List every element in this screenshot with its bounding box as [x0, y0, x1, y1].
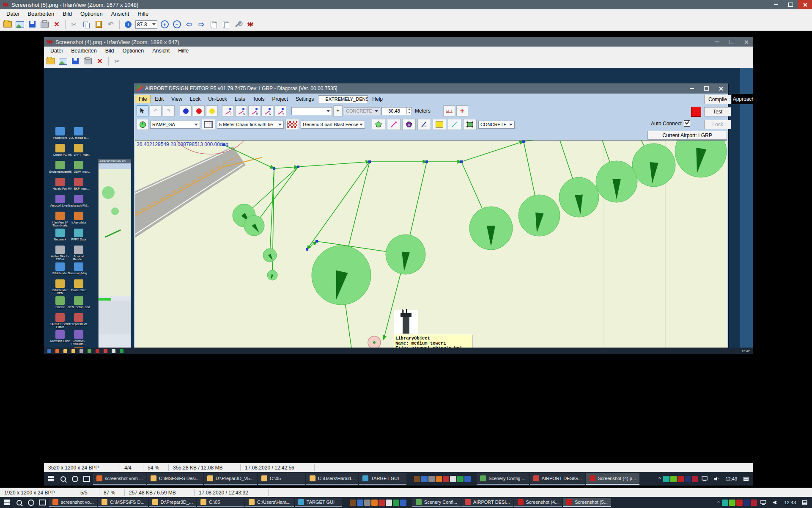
pinned-app-icon[interactable]: [464, 476, 471, 482]
desktop-icon[interactable]: Navigraph FM...: [68, 195, 90, 207]
menu-item[interactable]: Bild: [59, 10, 76, 18]
network-icon[interactable]: [699, 472, 710, 486]
menu-item[interactable]: Ansicht: [107, 10, 133, 18]
save-icon[interactable]: [27, 20, 37, 29]
yellow-area-icon[interactable]: [433, 119, 446, 130]
thumbnails-icon[interactable]: [15, 20, 25, 29]
taskbar-button[interactable]: TARGET GUI: [295, 498, 342, 508]
irfanview-about-icon[interactable]: [245, 20, 255, 29]
desktop-icon[interactable]: PFPX Data: [68, 229, 90, 241]
delete-icon[interactable]: ✕: [52, 20, 62, 29]
airport-map-canvas[interactable]: 36.402129549 28.088798513 000.00deg Libr…: [135, 140, 727, 373]
apron-surface-combo[interactable]: CONCRETE: [478, 121, 515, 129]
desktop-icon[interactable]: GTN_Setup_and_G...: [68, 296, 90, 309]
line-tool-icon[interactable]: 0: [417, 119, 431, 130]
close-button[interactable]: [798, 0, 812, 9]
surface-combo[interactable]: CONCRETE: [344, 107, 380, 115]
minimize-button[interactable]: [685, 83, 699, 94]
ade-menu-item-un-lock[interactable]: Un-Lock: [205, 95, 230, 103]
desktop-icon[interactable]: Folder Size: [68, 279, 90, 292]
ade-menu-item-settings[interactable]: Settings: [292, 95, 317, 103]
print-icon[interactable]: [39, 20, 49, 29]
page-up-icon[interactable]: [208, 20, 219, 29]
taskbar-button[interactable]: C:\05: [258, 473, 305, 485]
close-button[interactable]: [713, 83, 728, 94]
task-view-icon[interactable]: [37, 497, 48, 508]
approach-mode-button[interactable]: Approach Mode: [732, 94, 753, 104]
compile-button[interactable]: Compile: [704, 95, 731, 104]
node-link-button-V[interactable]: V: [274, 105, 286, 116]
node-link-button-R[interactable]: R: [248, 105, 260, 116]
pinned-app-icon[interactable]: [357, 500, 363, 506]
taskbar-button[interactable]: Scenery Confi...: [412, 498, 461, 508]
node-link-button-T[interactable]: T: [222, 105, 234, 116]
taskbar-button[interactable]: Screenshot (4...: [514, 498, 562, 508]
pinned-app-icon[interactable]: [364, 500, 370, 506]
add-link-button[interactable]: +: [333, 105, 343, 116]
density-combo[interactable]: EXTREMELY_DENSE: [318, 95, 368, 103]
pinned-app-icon[interactable]: [393, 500, 399, 506]
tray-icon[interactable]: [685, 476, 691, 482]
width-spinner[interactable]: 30,48: [381, 107, 412, 115]
ade-menu-item-tools[interactable]: Tools: [250, 95, 268, 103]
notification-icon[interactable]: [799, 497, 810, 508]
zoom-combo[interactable]: 87.3: [135, 20, 157, 29]
auto-connect-checkbox[interactable]: [684, 120, 690, 127]
start-button[interactable]: [46, 472, 57, 486]
zoom-out-icon[interactable]: −: [172, 20, 182, 29]
tray-icon[interactable]: [670, 476, 677, 482]
taskbar-button[interactable]: D:\Prepar3D_...: [149, 498, 196, 508]
undo-button[interactable]: ↶: [150, 105, 162, 116]
blue-node-button[interactable]: [180, 105, 192, 116]
ade-menu-item-edit[interactable]: Edit: [151, 95, 167, 103]
taskbar-button[interactable]: Screenshot (4).p...: [586, 473, 640, 485]
parking-tool-button[interactable]: [137, 119, 148, 130]
ade-menu-item-help[interactable]: Help: [369, 95, 386, 103]
taskbar-button[interactable]: C:\Users\Hara...: [245, 498, 294, 508]
checker-icon[interactable]: [285, 119, 299, 130]
pinned-app-icon[interactable]: [443, 476, 449, 482]
pinned-app-icon[interactable]: [414, 476, 420, 482]
cortana-icon[interactable]: [69, 472, 80, 486]
pinned-app-icon[interactable]: [386, 500, 392, 506]
copy-icon[interactable]: [81, 20, 91, 29]
network-icon[interactable]: [758, 497, 769, 508]
taskbar-button[interactable]: Scenery Config ...: [477, 473, 529, 485]
ade-menu-item-lists[interactable]: Lists: [231, 95, 249, 103]
paste-icon[interactable]: [93, 20, 104, 29]
minimize-button[interactable]: [769, 0, 783, 9]
tray-icon[interactable]: [729, 500, 735, 506]
ramp-type-combo[interactable]: RAMP_GA: [150, 121, 200, 129]
cut-icon[interactable]: ✂: [69, 20, 79, 29]
taskbar-button[interactable]: Screenshot (5...: [563, 498, 611, 508]
info-icon[interactable]: i: [123, 20, 133, 29]
taskbar-button[interactable]: C:\MSFS\FS D...: [98, 498, 148, 508]
pinned-app-icon[interactable]: [428, 476, 435, 482]
cortana-icon[interactable]: [25, 497, 36, 508]
menu-item[interactable]: Datei: [3, 10, 23, 18]
tray-icon[interactable]: [736, 500, 743, 506]
properties-icon[interactable]: [233, 20, 243, 29]
pinned-app-icon[interactable]: [371, 500, 378, 506]
add-icon[interactable]: +: [456, 105, 468, 116]
desktop-icon[interactable]: Samsung Mag...: [68, 262, 90, 275]
tray-icon[interactable]: [751, 500, 757, 506]
node-link-button-C[interactable]: C: [261, 105, 273, 116]
lock-button[interactable]: Lock: [704, 120, 731, 129]
desktop-icon[interactable]: Creative-Produkte...: [68, 330, 90, 345]
taskbar-button[interactable]: AIRPORT DESI...: [461, 498, 513, 508]
menu-item[interactable]: Optionen: [77, 10, 107, 18]
desktop-icon[interactable]: MK_DDW_man...: [68, 161, 90, 173]
node-link-button-A[interactable]: A: [235, 105, 247, 116]
speaker-icon[interactable]: [711, 472, 722, 486]
taskbar-button[interactable]: C:\MSFS\FS Desi...: [147, 473, 203, 485]
taskbar-button[interactable]: screenshot vo...: [49, 498, 97, 508]
tray-icon[interactable]: [743, 500, 750, 506]
search-icon[interactable]: [14, 497, 25, 508]
ade-menu-item-project[interactable]: Project: [269, 95, 291, 103]
polygon-tool-icon[interactable]: [372, 119, 385, 130]
redo-button[interactable]: ↷: [163, 105, 175, 116]
tray-chevron-icon[interactable]: ^: [657, 476, 662, 481]
menu-item[interactable]: Bearbeiten: [24, 10, 58, 18]
tray-icon[interactable]: [722, 500, 728, 506]
